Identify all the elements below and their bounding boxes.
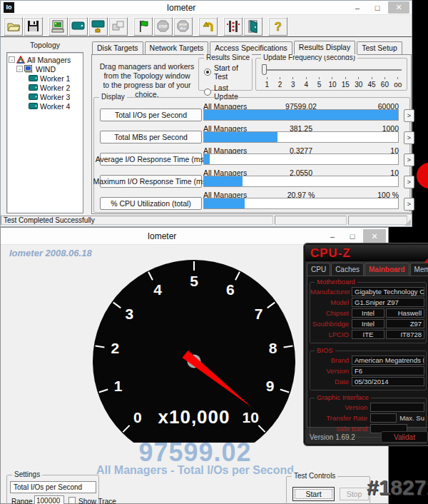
expand-row-button[interactable]: > — [404, 176, 414, 188]
progress-bar[interactable] — [203, 131, 399, 143]
cpuz-mainboard-panel: Motherboard ManufacturerGigabyte Technol… — [307, 276, 428, 428]
expand-row-button[interactable]: > — [404, 153, 414, 166]
update-frequency-slider-track[interactable] — [265, 69, 402, 71]
start-button[interactable]: Start — [292, 487, 335, 501]
lpcio-field: IT8728 — [386, 330, 424, 339]
progress-bar[interactable] — [203, 198, 399, 209]
metric-button-total-ios[interactable]: Total I/Os per Second — [100, 109, 202, 121]
progress-bar[interactable] — [203, 153, 399, 165]
minimize-button[interactable]: – — [348, 4, 367, 12]
stop-test-button[interactable]: STOP — [153, 17, 173, 36]
all-managers-icon — [16, 56, 25, 64]
save-button[interactable] — [24, 17, 43, 36]
about-button[interactable]: ? — [268, 17, 287, 36]
open-file-button[interactable] — [4, 17, 23, 36]
cpuz-tab-mainboard[interactable]: Mainboard — [365, 263, 409, 276]
main-title-bar[interactable]: Io Iometer – □ ✕ — [1, 1, 412, 15]
tree-item-worker3[interactable]: Worker 3 — [7, 92, 83, 101]
minimize-button[interactable]: – — [323, 232, 342, 241]
radio-icon[interactable] — [204, 89, 211, 96]
svg-text:STOP: STOP — [158, 24, 167, 28]
radio-start-of-test[interactable]: Start of Test — [204, 64, 252, 81]
green-flag-icon — [137, 19, 150, 34]
expand-row-button[interactable]: > — [404, 131, 414, 144]
exit-button[interactable] — [243, 17, 263, 36]
slider-tick-label: 1 — [260, 81, 273, 89]
slider-tick — [312, 77, 325, 79]
bios-group: BIOS BrandAmerican Megatrends Inc. Versi… — [310, 351, 427, 390]
gauge-needle — [182, 351, 251, 407]
slider-tick — [273, 77, 286, 79]
expand-row-button[interactable]: > — [404, 109, 414, 122]
cpuz-tab-cpu[interactable]: CPU — [307, 263, 330, 276]
topology-tree[interactable]: - All Managers - WIND Worker 1 Worker 2 … — [6, 52, 83, 213]
cpuz-version-label: Version 1.69.2 — [310, 433, 381, 441]
cpuz-tab-caches[interactable]: Caches — [331, 263, 364, 276]
slider-tick — [300, 77, 312, 79]
barrier-button[interactable] — [223, 17, 243, 36]
progress-fill — [204, 176, 243, 186]
expander-icon[interactable]: - — [16, 66, 23, 72]
stop-all-sign-icon: STOPALL — [176, 19, 190, 34]
tab-test-setup[interactable]: Test Setup — [357, 41, 402, 54]
tree-item-all-managers[interactable]: - All Managers — [7, 55, 83, 64]
metric-button-total-mbs[interactable]: Total MBs per Second — [100, 131, 202, 143]
start-tests-button[interactable] — [133, 17, 153, 36]
expander-icon[interactable]: - — [9, 56, 15, 63]
slider-tick-label: 10 — [326, 81, 339, 89]
validate-button[interactable]: Validat — [381, 431, 428, 443]
start-disk-worker-button[interactable] — [68, 17, 88, 36]
status-bar: Test Completed Successfully — [1, 216, 412, 226]
slider-tick — [260, 77, 273, 79]
bios-brand-field: American Megatrends Inc. — [352, 356, 424, 365]
resize-grip[interactable] — [404, 219, 411, 226]
tree-item-wind[interactable]: - WIND — [7, 64, 83, 74]
tree-item-worker2[interactable]: Worker 2 — [7, 83, 83, 92]
progress-bar[interactable] — [203, 176, 399, 187]
tree-item-label: Worker 2 — [40, 84, 70, 92]
tree-item-worker4[interactable]: Worker 4 — [7, 101, 83, 111]
stop-all-tests-button[interactable]: STOPALL — [173, 17, 193, 36]
close-button[interactable]: ✕ — [363, 229, 386, 243]
watermark-number: #18271 — [367, 475, 428, 500]
radio-icon[interactable] — [204, 69, 211, 76]
range-input[interactable]: 100000 — [34, 495, 64, 504]
metric-button-cpu-utilization[interactable]: % CPU Utilization (total) — [100, 197, 202, 210]
metric-button-max-response[interactable]: Maximum I/O Response Time (ms) — [100, 175, 202, 188]
update-frequency-slider-thumb[interactable] — [262, 64, 267, 75]
stop-button[interactable]: Stop — [340, 488, 369, 500]
show-trace-checkbox[interactable] — [68, 497, 76, 504]
motherboard-group: Motherboard ManufacturerGigabyte Technol… — [310, 282, 427, 343]
tab-network-targets[interactable]: Network Targets — [145, 41, 209, 54]
maximize-button[interactable]: □ — [343, 232, 362, 241]
open-folder-icon — [6, 19, 21, 33]
status-message: Test Completed Successfully — [1, 216, 273, 225]
tab-access-specifications[interactable]: Access Specifications — [210, 41, 292, 54]
tab-results-display[interactable]: Results Display — [294, 41, 355, 54]
tree-item-label: All Managers — [27, 56, 71, 64]
slider-tick-label: 3 — [287, 81, 300, 89]
expand-row-button[interactable]: > — [404, 198, 414, 211]
update-frequency-labels: 123451015304560oo — [260, 81, 404, 89]
tab-disk-targets[interactable]: Disk Targets — [92, 41, 143, 54]
progress-fill — [204, 132, 277, 142]
metric-button-avg-response[interactable]: Average I/O Response Time (ms) — [100, 153, 202, 166]
slider-tick — [287, 77, 300, 79]
close-button[interactable]: ✕ — [388, 1, 409, 14]
maximize-button[interactable]: □ — [368, 4, 387, 12]
cpuz-title-bar[interactable]: CPU-Z — [305, 245, 428, 261]
settings-metric-button[interactable]: Total I/Os per Second — [10, 481, 96, 493]
cpuz-tab-memory[interactable]: Memory — [410, 263, 428, 276]
tree-item-worker1[interactable]: Worker 1 — [7, 74, 83, 83]
show-trace-label: Show Trace — [78, 498, 116, 504]
progress-bar[interactable] — [203, 109, 399, 121]
start-manager-button[interactable] — [49, 17, 68, 36]
duplicate-worker-button[interactable] — [108, 17, 128, 36]
yellow-arrow-icon — [201, 19, 215, 34]
test-controls-group: Test Controls Start Stop — [286, 476, 370, 504]
start-network-worker-button[interactable] — [88, 17, 108, 36]
reset-display-button[interactable] — [198, 17, 218, 36]
slider-tick-label: 2 — [273, 81, 286, 89]
southbridge-field: Z97 — [386, 319, 424, 328]
progress-fill — [204, 198, 245, 208]
